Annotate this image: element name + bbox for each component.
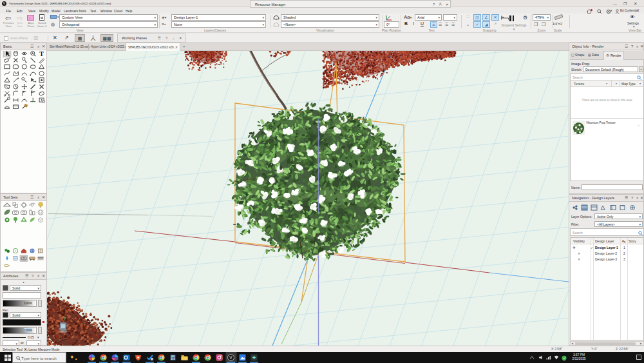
svg-text:U: U — [39, 211, 42, 215]
svg-text:T: T — [39, 51, 44, 57]
svg-text:V: V — [229, 355, 232, 360]
